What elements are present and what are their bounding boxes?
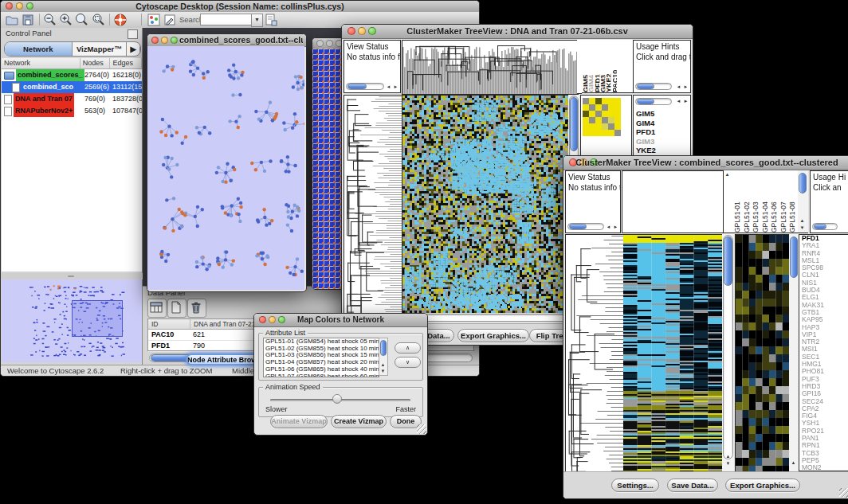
zoom-matrix-cell[interactable] (614, 117, 621, 123)
zoom-matrix-cell[interactable] (595, 111, 602, 117)
zoom-matrix-cell[interactable] (583, 111, 589, 117)
column-dendrogram-empty[interactable] (622, 170, 724, 233)
zoom-matrix-cell[interactable] (595, 104, 602, 111)
zoom-matrix-cell[interactable] (608, 98, 614, 104)
scroll-down-arrow[interactable]: ▼ (724, 461, 732, 467)
zoom-matrix-cell[interactable] (614, 98, 621, 104)
network-list-row[interactable]: RNAPuberNov2+ 563(0) 107847(0) (2, 105, 142, 117)
scroll-up-arrow[interactable]: ▲ (724, 454, 732, 459)
zoom-matrix-cell[interactable] (589, 130, 595, 136)
scrollbar-thumb[interactable] (814, 224, 826, 229)
attribute-list[interactable]: GPL51-01 (GSM854) heat shock 05 minGPL51… (263, 338, 379, 377)
zoom-matrix-cell[interactable] (583, 98, 589, 104)
row-dendrogram[interactable] (344, 95, 402, 314)
scrollbar-thumb[interactable] (637, 99, 654, 104)
column-header-id[interactable]: ID (148, 319, 190, 329)
scroll-left-arrow[interactable]: ◄ (605, 225, 612, 230)
scroll-left-arrow[interactable]: ◄ (385, 84, 392, 90)
zoom-in-icon[interactable] (59, 13, 73, 27)
gene-label[interactable]: MON2 (799, 464, 848, 471)
scroll-right-arrow[interactable]: ► (682, 99, 689, 104)
zoom-fit-icon[interactable] (92, 13, 106, 27)
minimize-button[interactable] (161, 37, 168, 44)
zoom-button[interactable] (171, 37, 178, 44)
scrollbar-thumb[interactable] (380, 340, 387, 356)
hscrollbar[interactable] (812, 223, 838, 230)
tab-overflow-arrow[interactable]: ▶ (127, 42, 140, 56)
scroll-down-arrow[interactable]: ▲ (790, 460, 797, 466)
slider-thumb[interactable] (332, 394, 342, 404)
row-label[interactable]: YKE2 (636, 146, 660, 155)
zoom-matrix-cell[interactable] (614, 111, 621, 117)
create-attribute-button[interactable] (167, 299, 186, 318)
tab-vizmapper[interactable]: VizMapper™ (73, 42, 128, 56)
column-header-nodes[interactable]: Nodes (80, 58, 111, 68)
zoom-matrix-cell[interactable] (614, 104, 621, 111)
row-dendrogram[interactable] (565, 234, 624, 473)
settings-button[interactable]: Settings... (611, 479, 659, 492)
minimize-button[interactable] (326, 40, 333, 47)
move-up-button[interactable]: ∧ (395, 342, 421, 354)
zoom-matrix-cell[interactable] (608, 130, 614, 136)
zoom-selected-icon[interactable] (75, 13, 89, 27)
annotation-icon[interactable] (163, 13, 177, 27)
column-label[interactable]: GPL51-04 (GSM857) (760, 170, 770, 232)
tab-network[interactable]: Network (5, 42, 73, 56)
scroll-up-arrow[interactable]: ▲ (724, 172, 731, 178)
column-label[interactable]: PAC10 (611, 40, 617, 92)
titlebar[interactable]: combined_scores_good.txt--cluste... (147, 34, 306, 47)
list-vscrollbar[interactable]: ▲ ▼ (379, 338, 388, 376)
zoom-matrix-cell[interactable] (583, 130, 589, 136)
move-down-button[interactable]: ∨ (395, 357, 421, 368)
open-session-icon[interactable] (5, 13, 19, 27)
search-dropdown-button[interactable]: ▼ (251, 14, 263, 27)
zoom-matrix-cell[interactable] (602, 98, 608, 104)
float-panel-icon[interactable] (128, 29, 138, 39)
labels-vscrollbar[interactable]: ▲ ▼ (798, 170, 808, 233)
zoom-matrix-cell[interactable] (614, 123, 621, 130)
titlebar[interactable]: ClusterMaker TreeView : DNA and Tran 07-… (342, 25, 693, 39)
column-label[interactable]: PFD1 (594, 40, 599, 92)
search-input[interactable] (200, 14, 253, 25)
zoom-matrix-cell[interactable] (608, 104, 614, 111)
scrollbar-thumb[interactable] (347, 84, 367, 89)
row-label[interactable]: GIM5 (636, 109, 660, 119)
zoom-matrix-cell[interactable] (589, 104, 595, 111)
zoom-matrix-cell[interactable] (589, 111, 595, 117)
column-dendrogram[interactable] (402, 40, 579, 95)
column-label[interactable]: GPL51-01 (GSM854) (732, 170, 742, 232)
scroll-right-arrow[interactable]: ► (682, 84, 689, 90)
zoom-matrix-cell[interactable] (602, 117, 608, 123)
row-label[interactable]: GIM4 (636, 119, 660, 128)
export-graphics-button[interactable]: Export Graphics... (457, 329, 529, 342)
column-header-network[interactable]: Network (2, 58, 80, 68)
network-list-row[interactable]: DNA and Tran 07 769(0) 183728(0) (2, 93, 142, 105)
zoom-out-icon[interactable] (43, 13, 57, 27)
column-label[interactable]: GPL51-03 (GSM856) (751, 170, 760, 232)
hscrollbar[interactable] (346, 83, 384, 90)
main-titlebar[interactable]: Cytoscape Desktop (Session Name: collins… (1, 1, 479, 13)
zoom-matrix-cell[interactable] (589, 123, 595, 130)
select-attributes-button[interactable] (147, 299, 167, 318)
scroll-left-arrow[interactable]: ◄ (675, 84, 682, 90)
close-button[interactable] (151, 37, 159, 44)
main-heatmap[interactable] (402, 95, 569, 314)
scroll-right-arrow[interactable]: ► (392, 84, 399, 90)
scrollbar-thumb[interactable] (790, 236, 798, 278)
zoom-heatmap[interactable] (735, 234, 790, 473)
column-label[interactable]: GPL51-02 (GSM855) (742, 170, 752, 232)
network-view-window[interactable]: combined_scores_good.txt--cluste... (147, 33, 307, 292)
scrollbar-thumb[interactable] (799, 173, 807, 193)
scroll-right-arrow[interactable]: ► (612, 225, 619, 230)
zoom-matrix-cell[interactable] (602, 104, 608, 111)
column-label[interactable]: GPL51-07 (GSM868) (779, 170, 788, 232)
network-overview-birdseye[interactable] (2, 279, 142, 362)
hscrollbar[interactable] (635, 98, 672, 105)
vizmap-nodes-icon[interactable] (147, 13, 161, 27)
resize-grip[interactable] (839, 488, 848, 498)
main-heatmap[interactable] (623, 234, 722, 473)
column-label[interactable]: GPL51-08 (GSM872) (787, 170, 797, 232)
zoom-matrix-cell[interactable] (608, 111, 614, 117)
hscrollbar[interactable] (635, 83, 672, 90)
zoom-matrix-cell[interactable] (614, 130, 621, 136)
